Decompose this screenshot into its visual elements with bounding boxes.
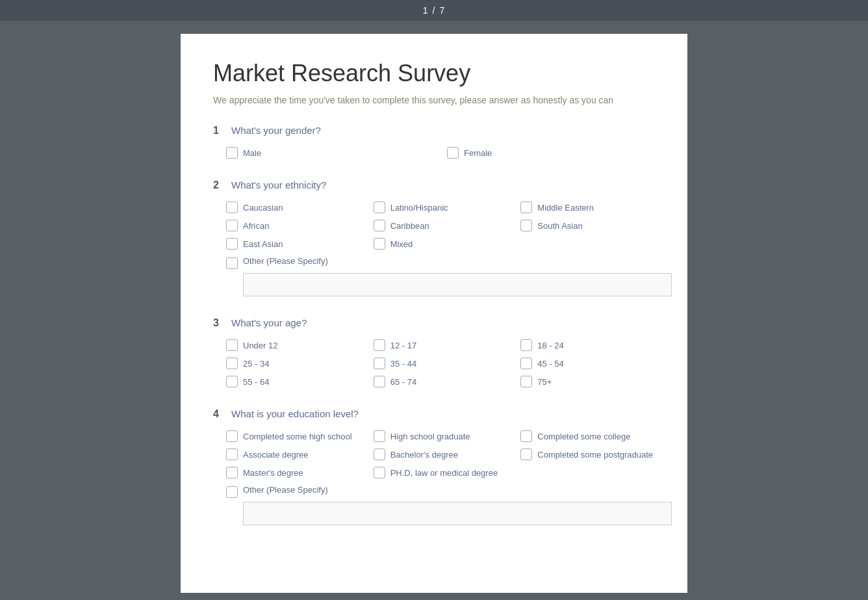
- question-4-header: 4 What is your education level?: [213, 408, 655, 420]
- list-item[interactable]: 65 - 74: [374, 376, 508, 387]
- checkbox-masters[interactable]: [226, 467, 238, 478]
- list-item[interactable]: 12 - 17: [374, 339, 508, 351]
- checkbox-male[interactable]: [226, 147, 238, 159]
- question-1-options: Male Female: [213, 147, 655, 159]
- list-item[interactable]: PH.D, law or medical degree: [374, 467, 508, 478]
- list-item[interactable]: Female: [447, 147, 655, 159]
- list-item[interactable]: Completed some college: [520, 430, 655, 442]
- option-label-caribbean: Caribbean: [390, 221, 429, 231]
- question-4-options: Completed some high school High school g…: [213, 430, 655, 478]
- option-label-18-24: 18 - 24: [537, 341, 563, 350]
- checkbox-75plus[interactable]: [520, 376, 532, 387]
- survey-subtitle: We appreciate the time you've taken to c…: [213, 95, 655, 105]
- list-item[interactable]: Completed some high school: [226, 430, 361, 442]
- list-item[interactable]: 45 - 54: [520, 358, 655, 369]
- list-item[interactable]: Male: [226, 147, 434, 159]
- checkbox-65-74[interactable]: [374, 376, 385, 387]
- checkbox-phd[interactable]: [374, 467, 385, 478]
- checkbox-african[interactable]: [226, 220, 238, 231]
- question-4-text: What is your education level?: [231, 408, 359, 419]
- checkbox-bachelors[interactable]: [374, 449, 385, 460]
- option-label-female: Female: [464, 148, 492, 158]
- checkbox-35-44[interactable]: [374, 358, 385, 369]
- list-item[interactable]: 25 - 34: [226, 358, 361, 369]
- checkbox-some-postgrad[interactable]: [520, 449, 532, 460]
- list-item[interactable]: African: [226, 220, 361, 231]
- checkbox-caribbean[interactable]: [374, 220, 385, 231]
- option-label-some-postgrad: Completed some postgraduate: [537, 450, 653, 460]
- checkbox-under12[interactable]: [226, 339, 238, 351]
- survey-title: Market Research Survey: [213, 60, 655, 87]
- education-other-row: Other (Please Specify): [213, 485, 655, 525]
- checkbox-45-54[interactable]: [520, 358, 532, 369]
- checkbox-18-24[interactable]: [520, 339, 532, 351]
- list-item[interactable]: Associate degree: [226, 449, 361, 460]
- ethnicity-other-row: Other (Please Specify): [213, 256, 655, 296]
- question-3-header: 3 What's your age?: [213, 317, 655, 329]
- list-item[interactable]: 35 - 44: [374, 358, 508, 369]
- list-item[interactable]: 55 - 64: [226, 376, 361, 387]
- checkbox-female[interactable]: [447, 147, 459, 159]
- checkbox-some-highschool[interactable]: [226, 430, 238, 442]
- question-2-header: 2 What's your ethnicity?: [213, 179, 655, 191]
- option-label-education-other: Other (Please Specify): [243, 485, 328, 495]
- pagination-bar: 1 / 7: [0, 0, 868, 21]
- list-item[interactable]: 18 - 24: [520, 339, 655, 351]
- option-label-associate: Associate degree: [243, 450, 308, 460]
- list-item[interactable]: 75+: [520, 376, 655, 387]
- question-1-number: 1: [213, 125, 226, 137]
- question-1: 1 What's your gender? Male Female: [213, 125, 655, 159]
- option-label-masters: Master's degree: [243, 468, 303, 478]
- page-total: 7: [439, 5, 445, 16]
- question-1-header: 1 What's your gender?: [213, 125, 655, 137]
- checkbox-12-17[interactable]: [374, 339, 385, 351]
- checkbox-mixed[interactable]: [374, 238, 385, 250]
- checkbox-hs-graduate[interactable]: [374, 430, 385, 442]
- checkbox-some-college[interactable]: [520, 430, 532, 442]
- list-item[interactable]: Bachelor's degree: [374, 449, 508, 460]
- checkbox-55-64[interactable]: [226, 376, 238, 387]
- checkbox-ethnicity-other[interactable]: [226, 257, 238, 269]
- list-item[interactable]: Latino/Hispanic: [374, 202, 508, 213]
- list-item[interactable]: Caribbean: [374, 220, 508, 231]
- ethnicity-other-checkbox-row: Other (Please Specify): [226, 256, 655, 269]
- checkbox-latino[interactable]: [374, 202, 385, 213]
- page-separator: /: [433, 5, 436, 16]
- option-label-some-highschool: Completed some high school: [243, 432, 352, 441]
- survey-form: Market Research Survey We appreciate the…: [181, 34, 687, 593]
- education-other-input[interactable]: [243, 502, 672, 525]
- option-label-some-college: Completed some college: [537, 432, 630, 441]
- question-3-options: Under 12 12 - 17 18 - 24 25 - 34 35 - 44…: [213, 339, 655, 387]
- ethnicity-other-input[interactable]: [243, 273, 672, 296]
- list-item[interactable]: Mixed: [374, 238, 508, 250]
- list-item[interactable]: Completed some postgraduate: [520, 449, 655, 460]
- option-label-55-64: 55 - 64: [243, 377, 269, 387]
- checkbox-associate[interactable]: [226, 449, 238, 460]
- list-item[interactable]: East Asian: [226, 238, 361, 250]
- question-1-text: What's your gender?: [231, 125, 321, 136]
- list-item[interactable]: Middle Eastern: [520, 202, 655, 213]
- question-3: 3 What's your age? Under 12 12 - 17 18 -…: [213, 317, 655, 387]
- question-3-text: What's your age?: [231, 317, 307, 328]
- option-label-12-17: 12 - 17: [390, 341, 416, 350]
- checkbox-middle-eastern[interactable]: [520, 202, 532, 213]
- list-item[interactable]: Master's degree: [226, 467, 361, 478]
- checkbox-east-asian[interactable]: [226, 238, 238, 250]
- checkbox-south-asian[interactable]: [520, 220, 532, 231]
- list-item[interactable]: Caucasian: [226, 202, 361, 213]
- option-label-middle-eastern: Middle Eastern: [537, 203, 594, 213]
- option-label-45-54: 45 - 54: [537, 359, 563, 369]
- option-label-south-asian: South Asian: [537, 221, 582, 231]
- option-label-hs-graduate: High school graduate: [390, 432, 470, 441]
- list-item[interactable]: South Asian: [520, 220, 655, 231]
- question-4: 4 What is your education level? Complete…: [213, 408, 655, 525]
- list-item[interactable]: High school graduate: [374, 430, 508, 442]
- option-label-caucasian: Caucasian: [243, 203, 283, 213]
- option-label-latino: Latino/Hispanic: [390, 203, 448, 213]
- list-item[interactable]: Under 12: [226, 339, 361, 351]
- question-2-options: Caucasian Latino/Hispanic Middle Eastern…: [213, 202, 655, 250]
- checkbox-caucasian[interactable]: [226, 202, 238, 213]
- checkbox-education-other[interactable]: [226, 486, 238, 498]
- checkbox-25-34[interactable]: [226, 358, 238, 369]
- option-label-ethnicity-other: Other (Please Specify): [243, 256, 328, 266]
